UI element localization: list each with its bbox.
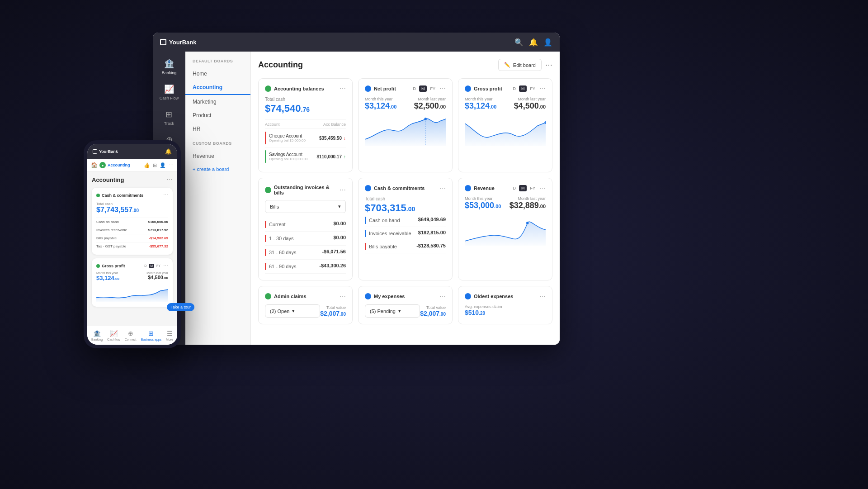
oldest-expenses-more[interactable]: ⋯	[539, 293, 546, 300]
cash-commitments-more[interactable]: ⋯	[439, 185, 446, 192]
outstanding-invoices-dropdown[interactable]: Bills ▾	[265, 200, 346, 213]
commitment-row-cash: Cash on hand $649,049.69	[365, 214, 446, 227]
phone-bottom-nav-banking[interactable]: 🏦 Banking	[91, 330, 103, 341]
phone-cash-row-2: Bills payable -$14,582.69	[96, 234, 168, 242]
revenue-chart	[465, 214, 546, 246]
net-profit-metric-row: Month this year $3,124.00 Month last yea…	[365, 97, 446, 111]
invoice-row-30: 1 - 30 days $0.00	[265, 232, 346, 246]
gross-profit-tab-d[interactable]: D	[510, 85, 518, 92]
phone-gp-tab-d[interactable]: D	[143, 264, 148, 268]
phone-bottom-nav-more[interactable]: ☰ More	[166, 330, 173, 341]
mobile-phone: YourBank 🔔 🏠 ● Accounting 👍 ⊞ 👤 ⋯	[84, 140, 181, 348]
outstanding-invoices-more[interactable]: ⋯	[340, 186, 346, 194]
create-board-link[interactable]: + create a board	[185, 163, 250, 176]
gross-profit-tab-m[interactable]: M	[519, 85, 527, 92]
net-profit-tab-m[interactable]: M	[419, 85, 427, 92]
admin-claims-status-select[interactable]: (2) Open ▾	[265, 304, 320, 318]
card-title-oldest-expenses: Oldest expenses	[465, 293, 513, 299]
nav-item-accounting[interactable]: Accounting	[185, 81, 250, 95]
phone-bottom-more-label: More	[166, 338, 173, 341]
net-profit-tab-fy[interactable]: FY	[428, 85, 438, 92]
phone-content: Accounting ⋯ Cash & commitments ⋯ Total …	[87, 171, 177, 326]
phone-bottom-nav-cashflow[interactable]: 📈 Cashflow	[107, 330, 120, 341]
dashboard-grid: Accounting balances ⋯ Total cash $74,540…	[258, 78, 552, 324]
outer-wrapper: YourBank 🔍 🔔 👤 🏦 Banking 📈 Cash Flow	[0, 0, 868, 489]
oldest-expenses-icon	[465, 293, 471, 299]
phone-bottom-nav: 🏦 Banking 📈 Cashflow ⊕ Connect ⊞ Busines…	[87, 326, 177, 345]
phone-logo: YourBank	[93, 149, 118, 154]
my-expenses-more[interactable]: ⋯	[439, 293, 446, 300]
my-expenses-status-select[interactable]: (5) Pending ▾	[365, 304, 420, 318]
phone-thumbs-icon[interactable]: 👍	[144, 162, 150, 168]
phone-more-icon[interactable]: ⋯	[169, 162, 174, 168]
more-options-icon[interactable]: ⋯	[545, 61, 552, 69]
admin-claims-more[interactable]: ⋯	[340, 293, 346, 300]
gross-profit-more[interactable]: ⋯	[539, 85, 546, 92]
admin-claims-status: (2) Open	[270, 309, 289, 314]
revenue-tab-fy[interactable]: FY	[528, 185, 538, 191]
phone-gp-title: Gross profit	[96, 264, 125, 268]
phone-bottom-nav-business[interactable]: ⊞ Business apps	[141, 330, 162, 341]
sidebar-item-cashflow[interactable]: 📈 Cash Flow	[160, 84, 179, 100]
phone-grid-icon[interactable]: ⊞	[153, 162, 157, 168]
gross-profit-metric-row: Month this year $3,124.00 Month last yea…	[465, 97, 546, 111]
phone-bottom-connect-label: Connect	[125, 338, 137, 341]
header-icons: 🔍 🔔 👤	[514, 38, 552, 47]
nav-panel: DEFAULT BOARDS Home Accounting Marketing…	[185, 52, 251, 345]
account-row-savings: Savings Account Opening bal 100,000.00 $…	[265, 147, 346, 166]
phone-nav-accounting-label[interactable]: Accounting	[108, 163, 130, 167]
nav-item-product[interactable]: Product	[185, 109, 250, 122]
tour-bubble[interactable]: Take a tour	[167, 303, 194, 311]
phone-card-gross-profit: Gross profit D M FY ⋯	[92, 258, 173, 307]
notification-icon[interactable]: 🔔	[529, 38, 538, 47]
oldest-expenses-title: Oldest expenses	[474, 294, 513, 299]
phone-home-icon[interactable]: 🏠	[91, 162, 98, 168]
net-profit-period-tabs: D M FY	[410, 85, 438, 92]
commitment-row-invoices: Invoices receivable $182,815.00	[365, 227, 446, 240]
revenue-tab-m[interactable]: M	[519, 185, 527, 191]
card-my-expenses: My expenses ⋯ (5) Pending ▾ Total value	[358, 286, 453, 324]
nav-item-marketing[interactable]: Marketing	[185, 95, 250, 109]
net-profit-more[interactable]: ⋯	[439, 85, 446, 92]
phone-notification-icon[interactable]: 🔔	[165, 148, 172, 155]
user-icon[interactable]: 👤	[543, 38, 552, 47]
phone-section-more[interactable]: ⋯	[166, 176, 173, 183]
phone-accounting-badge: ●	[99, 162, 106, 168]
account-row-cheque: Cheque Account Opening bal 15,000.00 $35…	[265, 128, 346, 147]
total-cash-label: Total cash	[265, 97, 346, 102]
phone-gp-last-year-label: Month last year	[146, 271, 168, 275]
phone-user-icon[interactable]: 👤	[160, 162, 166, 168]
revenue-this-year-value: $53,000.00	[465, 201, 501, 210]
phone-gp-header: Gross profit D M FY ⋯	[96, 263, 168, 269]
revenue-period-tabs: D M FY	[510, 185, 538, 191]
net-profit-tab-d[interactable]: D	[410, 85, 418, 92]
gross-profit-last-year-label: Month last year	[514, 97, 546, 101]
desktop-app: YourBank 🔍 🔔 👤 🏦 Banking 📈 Cash Flow	[153, 33, 560, 345]
card-oldest-expenses: Oldest expenses ⋯ Avg. expenses claim $5…	[458, 286, 552, 324]
my-expenses-icon	[365, 293, 371, 299]
phone-nav-icons-right: 👍 ⊞ 👤 ⋯	[144, 162, 174, 168]
account-table-header: Account Acc Balance	[265, 119, 346, 128]
phone-gp-this-year-label: Month this year	[96, 271, 119, 275]
phone-bottom-cashflow-icon: 📈	[110, 330, 118, 337]
nav-item-revenue[interactable]: Revenue	[185, 149, 250, 163]
phone-gp-tab-m[interactable]: M	[149, 264, 154, 268]
sidebar-item-banking[interactable]: 🏦 Banking	[162, 59, 177, 75]
search-icon[interactable]: 🔍	[514, 38, 524, 47]
revenue-more[interactable]: ⋯	[539, 185, 546, 192]
sidebar-item-track-label: Track	[164, 121, 174, 126]
phone-gp-more[interactable]: ⋯	[163, 263, 168, 269]
sidebar-item-track[interactable]: ⊞ Track	[164, 109, 174, 126]
nav-item-home[interactable]: Home	[185, 67, 250, 81]
gross-profit-tab-fy[interactable]: FY	[528, 85, 538, 92]
phone-cash-card-more[interactable]: ⋯	[163, 192, 168, 198]
phone-bottom-nav-connect[interactable]: ⊕ Connect	[125, 330, 137, 341]
commitment-row-bills: Bills payable -$128,580.75	[365, 240, 446, 253]
gross-profit-this-year-label: Month this year	[465, 97, 496, 101]
revenue-tab-d[interactable]: D	[510, 185, 518, 191]
nav-item-hr[interactable]: HR	[185, 122, 250, 136]
accounting-balances-more[interactable]: ⋯	[340, 85, 346, 92]
phone-section-name: Accounting	[92, 176, 124, 183]
edit-board-button[interactable]: ✏️ Edit board	[498, 59, 542, 71]
phone-gp-tab-fy[interactable]: FY	[155, 264, 162, 268]
